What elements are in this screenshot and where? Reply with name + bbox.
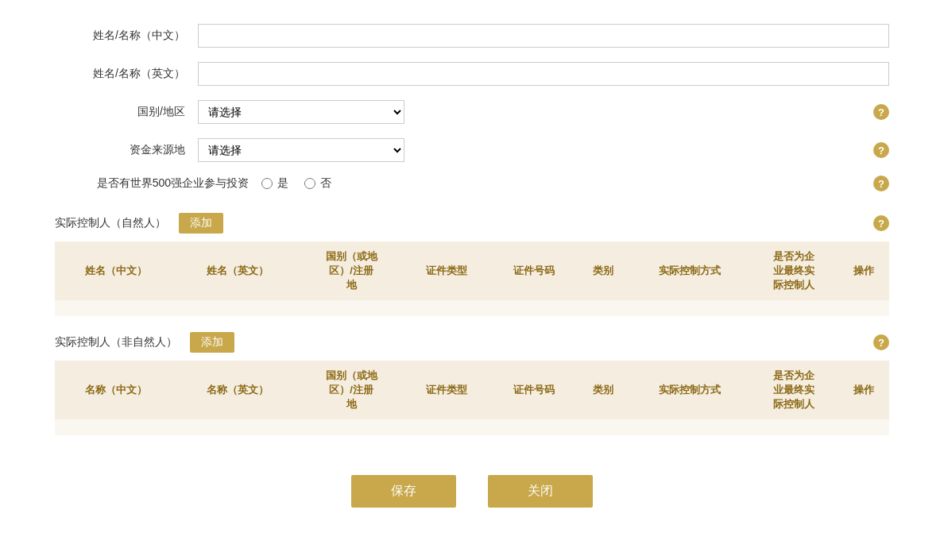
close-button[interactable]: 关闭: [488, 475, 593, 508]
fortune500-no-option[interactable]: 否: [304, 176, 331, 191]
fortune500-yes-option[interactable]: 是: [261, 176, 288, 191]
fund-source-label: 资金来源地: [55, 143, 198, 157]
section2-header: 实际控制人（非自然人） 添加 ?: [55, 332, 889, 353]
name-en-row: 姓名/名称（英文）: [55, 62, 889, 86]
name-cn-input[interactable]: [198, 24, 889, 48]
country-row: 国别/地区 请选择 ?: [55, 100, 889, 124]
table1-col-name-cn: 姓名（中文）: [55, 241, 177, 300]
table1-col-is-ultimate: 是否为企业最终实际控制人: [751, 241, 838, 300]
bottom-buttons: 保存 关闭: [35, 475, 909, 508]
table2-col-name-en: 名称（英文）: [177, 361, 300, 419]
fortune500-yes-radio[interactable]: [261, 178, 273, 189]
save-button[interactable]: 保存: [351, 475, 456, 508]
fund-source-select[interactable]: 请选择: [198, 138, 404, 162]
table2-col-cert-type: 证件类型: [404, 361, 490, 419]
table1-col-cert-no: 证件号码: [490, 241, 577, 300]
table2-col-is-ultimate: 是否为企业最终实际控制人: [751, 361, 838, 419]
fortune500-help-icon[interactable]: ?: [873, 176, 889, 191]
table2-col-country: 国别（或地区）/注册地: [299, 361, 403, 419]
table1-empty-row: [55, 300, 889, 316]
table1-col-country: 国别（或地区）/注册地: [299, 241, 403, 300]
table1-col-category: 类别: [577, 241, 629, 300]
fortune500-radio-group: 是 否: [261, 176, 331, 191]
table2-col-cert-no: 证件号码: [490, 361, 577, 419]
table1-header-row: 姓名（中文） 姓名（英文） 国别（或地区）/注册地 证件类型 证件号码 类别 实…: [55, 241, 889, 300]
fund-source-help-icon[interactable]: ?: [873, 142, 889, 158]
table1-col-control-method: 实际控制方式: [629, 241, 751, 300]
name-cn-row: 姓名/名称（中文）: [55, 24, 889, 48]
table2-col-control-method: 实际控制方式: [629, 361, 751, 419]
fortune500-label: 是否有世界500强企业参与投资: [55, 176, 261, 191]
name-en-label: 姓名/名称（英文）: [55, 67, 198, 81]
table2-header-row: 名称（中文） 名称（英文） 国别（或地区）/注册地 证件类型 证件号码 类别 实…: [55, 361, 889, 419]
fortune500-row: 是否有世界500强企业参与投资 是 否 ?: [55, 176, 889, 191]
table2-col-name-cn: 名称（中文）: [55, 361, 177, 419]
section1-add-button[interactable]: 添加: [179, 213, 223, 234]
section2-add-button[interactable]: 添加: [190, 332, 234, 353]
table2-empty-row: [55, 419, 889, 435]
table1-col-cert-type: 证件类型: [404, 241, 490, 300]
section2-help-icon[interactable]: ?: [873, 334, 889, 350]
table1-col-action: 操作: [838, 241, 889, 300]
natural-person-table: 姓名（中文） 姓名（英文） 国别（或地区）/注册地 证件类型 证件号码 类别 实…: [55, 241, 889, 316]
table1-col-name-en: 姓名（英文）: [177, 241, 300, 300]
fortune500-no-radio[interactable]: [304, 178, 315, 189]
name-en-input[interactable]: [198, 62, 889, 86]
table2-col-action: 操作: [838, 361, 889, 419]
section1-header: 实际控制人（自然人） 添加 ?: [55, 213, 889, 234]
section1-title: 实际控制人（自然人）: [55, 216, 166, 230]
fund-source-row: 资金来源地 请选择 ?: [55, 138, 889, 162]
non-natural-person-table: 名称（中文） 名称（英文） 国别（或地区）/注册地 证件类型 证件号码 类别 实…: [55, 361, 889, 435]
fortune500-no-label: 否: [320, 176, 331, 191]
section1-help-icon[interactable]: ?: [873, 215, 889, 231]
name-cn-label: 姓名/名称（中文）: [55, 29, 198, 43]
fortune500-yes-label: 是: [277, 176, 288, 191]
country-label: 国别/地区: [55, 105, 198, 119]
country-help-icon[interactable]: ?: [873, 104, 889, 120]
section2-title: 实际控制人（非自然人）: [55, 335, 177, 350]
table2-col-category: 类别: [577, 361, 629, 419]
country-select[interactable]: 请选择: [198, 100, 404, 124]
